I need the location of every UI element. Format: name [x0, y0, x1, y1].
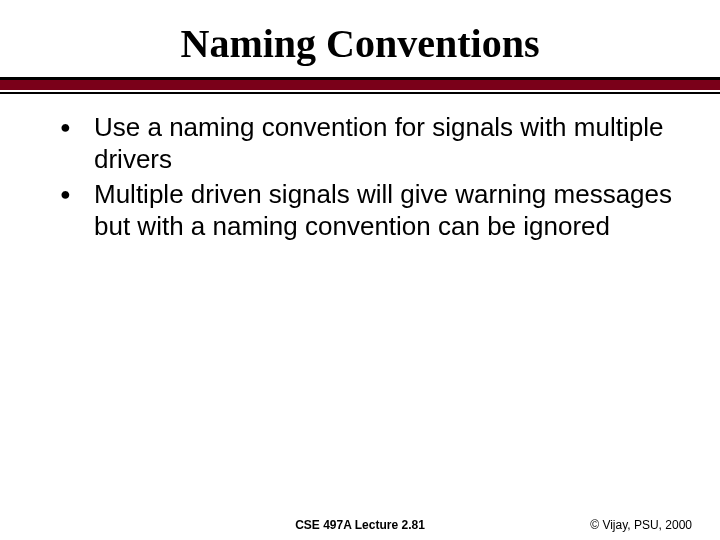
slide-title: Naming Conventions	[0, 0, 720, 77]
footer-right: © Vijay, PSU, 2000	[590, 518, 692, 532]
list-item: ● Use a naming convention for signals wi…	[60, 112, 680, 175]
footer-center: CSE 497A Lecture 2.81	[295, 518, 425, 532]
bullet-text: Use a naming convention for signals with…	[94, 112, 680, 175]
bullet-icon: ●	[60, 112, 94, 142]
title-divider	[0, 77, 720, 94]
slide: Naming Conventions ● Use a naming conven…	[0, 0, 720, 540]
bullet-text: Multiple driven signals will give warnin…	[94, 179, 680, 242]
bullet-icon: ●	[60, 179, 94, 209]
list-item: ● Multiple driven signals will give warn…	[60, 179, 680, 242]
content-area: ● Use a naming convention for signals wi…	[0, 94, 720, 243]
